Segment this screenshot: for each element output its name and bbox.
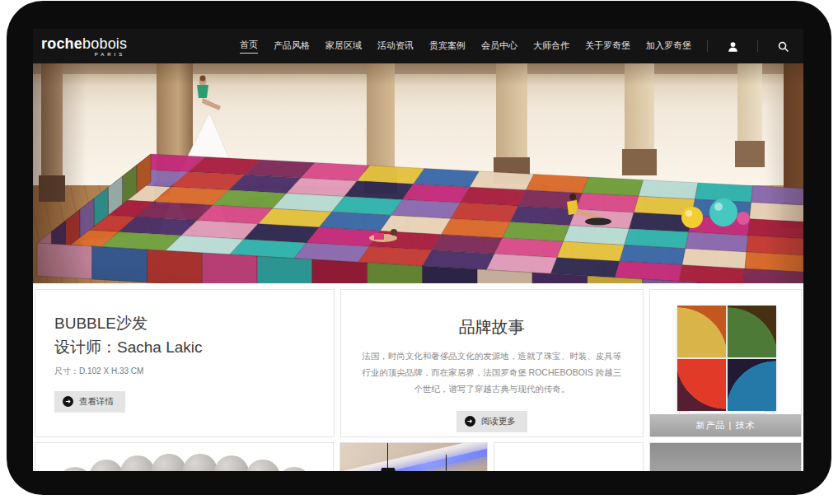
nav-item-news[interactable]: 活动资讯 [377, 40, 414, 54]
sofa-bubble [246, 460, 280, 471]
feature-cards-row: BUBBLE沙发 设计师：Sacha Lakic 尺寸：D.102 X H.33… [33, 289, 803, 437]
nav-item-members[interactable]: 会员中心 [481, 40, 517, 54]
top-navigation-bar: roche bobois PARIS 首页 产品风格 家居区域 活动资讯 贵宾案… [33, 29, 803, 63]
browser-frame: roche bobois PARIS 首页 产品风格 家居区域 活动资讯 贵宾案… [7, 1, 831, 495]
bubble-sofa-photo-card[interactable] [35, 442, 334, 471]
read-more-label: 阅读更多 [481, 416, 516, 427]
sofa-bubble [152, 454, 186, 471]
sofa-bubble [277, 467, 311, 471]
bubble-sofa-image [58, 454, 311, 471]
content-card[interactable] [494, 442, 644, 471]
product-title-line1: BUBBLE沙发 [54, 311, 317, 335]
cabinet-panel-bottom-right [728, 359, 776, 411]
nav-item-about[interactable]: 关于罗奇堡 [585, 40, 630, 54]
cabinet-panel-bottom-left [677, 359, 726, 411]
brand-logo[interactable]: roche bobois PARIS [41, 36, 127, 57]
hero-banner[interactable] [33, 63, 803, 283]
read-more-button[interactable]: ➜ 阅读更多 [456, 411, 527, 432]
designer-portrait-card[interactable] [649, 442, 802, 471]
sofa-bubble [89, 460, 124, 471]
brand-story-text: 法国，时尚文化和奢侈品文化的发源地，造就了珠宝、时装、皮具等行业的顶尖品牌，而在… [359, 348, 625, 398]
mah-jong-sofa-scene [33, 63, 803, 283]
main-nav: 首页 产品风格 家居区域 活动资讯 贵宾案例 会员中心 大师合作 关于罗奇堡 加… [240, 37, 792, 55]
sofa-bubble [58, 467, 92, 471]
secondary-cards-row [33, 442, 803, 471]
product-card-bubble-sofa[interactable]: BUBBLE沙发 设计师：Sacha Lakic 尺寸：D.102 X H.33… [35, 289, 335, 437]
logo-text-light: bobois [82, 36, 127, 51]
nav-item-join[interactable]: 加入罗奇堡 [646, 40, 691, 54]
sofa-bubble [183, 454, 218, 471]
cabinet-panel-top-right [728, 306, 776, 357]
geometric-cabinet-image [677, 306, 776, 411]
nav-item-vip-cases[interactable]: 贵宾案例 [429, 40, 466, 54]
nav-item-styles[interactable]: 产品风格 [274, 40, 310, 54]
nav-item-designers[interactable]: 大师合作 [533, 40, 569, 54]
view-details-label: 查看详情 [79, 396, 114, 408]
cabinet-panel-top-left [677, 306, 726, 357]
product-title-line2: 设计师：Sacha Lakic [54, 335, 317, 359]
new-product-caption: 新产品 | 技术 [650, 414, 801, 436]
search-icon[interactable] [774, 37, 792, 55]
nav-divider [707, 40, 708, 52]
page: roche bobois PARIS 首页 产品风格 家居区域 活动资讯 贵宾案… [33, 29, 803, 471]
interior-photo-card-led[interactable] [339, 442, 488, 471]
pendant-lamp-cord [446, 455, 447, 471]
arrow-circle-icon: ➜ [465, 416, 475, 427]
nav-item-rooms[interactable]: 家居区域 [325, 40, 362, 54]
logo-text-bold: roche [41, 36, 82, 51]
new-product-card[interactable]: 新产品 | 技术 [649, 289, 802, 437]
pendant-lamp-cord [387, 443, 388, 468]
brand-story-card[interactable]: 品牌故事 法国，时尚文化和奢侈品文化的发源地，造就了珠宝、时装、皮具等行业的顶尖… [340, 289, 644, 437]
brand-story-title: 品牌故事 [341, 316, 643, 338]
sofa-bubble [120, 455, 155, 471]
product-title: BUBBLE沙发 设计师：Sacha Lakic [54, 311, 317, 360]
sofa-bubble [214, 455, 249, 471]
logo-subtitle: PARIS [41, 52, 127, 57]
nav-divider [757, 40, 758, 52]
arrow-circle-icon: ➜ [63, 396, 73, 407]
nav-item-home[interactable]: 首页 [240, 39, 258, 54]
product-dimensions: 尺寸：D.102 X H.33 CM [54, 366, 317, 377]
user-icon[interactable] [723, 37, 742, 55]
view-details-button[interactable]: ➜ 查看详情 [54, 391, 125, 413]
